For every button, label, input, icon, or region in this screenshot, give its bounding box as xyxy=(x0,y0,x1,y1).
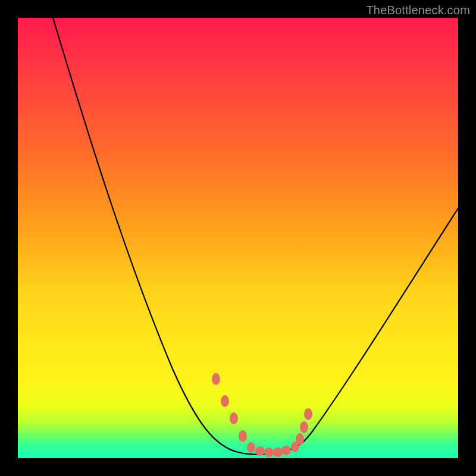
dot-1 xyxy=(212,373,220,385)
dot-2 xyxy=(221,395,229,407)
plot-area xyxy=(18,18,458,458)
dot-12 xyxy=(300,421,308,433)
dot-13 xyxy=(304,408,312,420)
highlight-dots xyxy=(212,373,312,457)
dot-6 xyxy=(255,446,265,456)
dot-5 xyxy=(247,442,255,453)
watermark-text: TheBottleneck.com xyxy=(366,4,470,17)
dot-3 xyxy=(230,412,238,424)
dot-11 xyxy=(296,433,304,445)
bottleneck-curve xyxy=(53,18,458,455)
curve-layer xyxy=(18,18,458,458)
dot-8 xyxy=(273,447,283,457)
dot-9 xyxy=(281,446,291,455)
chart-frame: TheBottleneck.com xyxy=(0,0,476,476)
dot-7 xyxy=(264,447,274,457)
curve-path xyxy=(53,18,458,455)
dot-4 xyxy=(239,430,247,442)
